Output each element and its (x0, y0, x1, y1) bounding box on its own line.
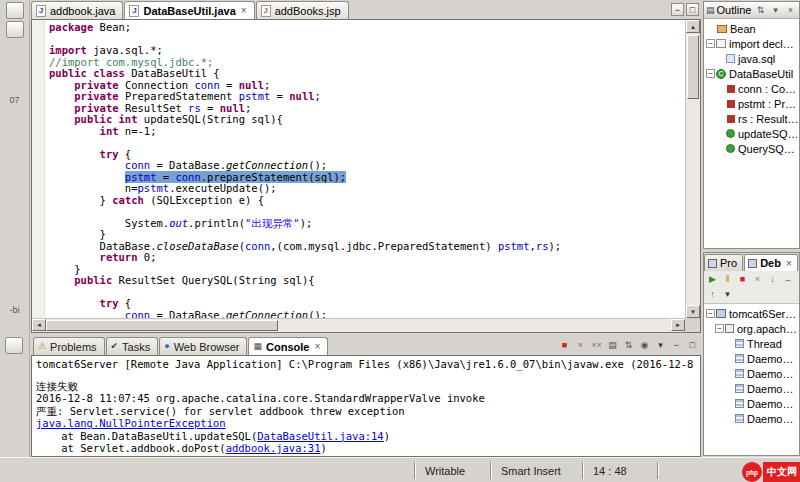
tree-item[interactable]: −import declarations (704, 36, 799, 51)
web-icon (164, 342, 169, 351)
pin-console-icon[interactable]: ◉ (638, 339, 651, 352)
expander-spacer (724, 414, 734, 423)
tree-item[interactable]: Thread (704, 336, 799, 351)
scroll-left-icon[interactable]: ◂ (32, 319, 46, 331)
tab-web-browser[interactable]: Web Browser (159, 337, 247, 355)
expander-spacer (715, 114, 725, 123)
left-strip-text-2: -bi (0, 305, 29, 315)
tree-item[interactable]: pstmt : PreparedStatement (704, 96, 799, 111)
field-icon (727, 100, 735, 108)
tree-item[interactable]: conn : Connection (704, 81, 799, 96)
scroll-up-icon[interactable]: ▴ (686, 20, 700, 33)
tree-item-label: tomcat6Server [Remote Java Application] (729, 308, 799, 320)
tree-item[interactable]: Daemon Thread (704, 366, 799, 381)
minimize-editor-icon[interactable]: − (671, 3, 684, 16)
collapse-icon[interactable]: − (706, 69, 715, 78)
jsp-file-icon (261, 5, 271, 17)
step-return-icon[interactable]: ↑ (706, 288, 719, 301)
thread-icon (735, 369, 744, 378)
tree-item[interactable]: Daemon Thread (704, 351, 799, 366)
tree-item[interactable]: −tomcat6Server [Remote Java Application] (704, 306, 799, 321)
stack-trace-link[interactable]: DataBaseUtil.java:14 (257, 430, 383, 442)
editor-tab[interactable]: addBooks.jsp (256, 1, 349, 19)
scroll-right-icon[interactable]: ▸ (671, 319, 685, 331)
close-tab-icon[interactable]: × (241, 5, 247, 16)
editor-tab-label: addbook.java (50, 5, 115, 17)
tree-item[interactable]: QuerySQL(String) : ResultSet (704, 141, 799, 156)
method-icon (726, 144, 735, 153)
tree-item[interactable]: Bean (704, 21, 799, 36)
sort-icon[interactable]: ⇅ (754, 4, 767, 17)
tree-item[interactable]: rs : ResultSet (704, 111, 799, 126)
outline-title: Outline (717, 4, 752, 16)
close-view-icon[interactable]: × (784, 4, 797, 17)
expander-spacer (724, 369, 734, 378)
problems-icon (38, 342, 46, 351)
fast-view-icon-2[interactable] (6, 21, 24, 38)
minimize-panel-icon[interactable]: − (670, 339, 683, 352)
tree-item-label: DataBaseUtil (729, 68, 799, 80)
tab-console[interactable]: Console× (248, 337, 328, 355)
process-icon (725, 324, 734, 333)
code-editor[interactable]: package Bean; import java.sql.*;//import… (46, 20, 685, 318)
editor-tab[interactable]: DataBaseUtil.java× (124, 1, 254, 19)
tree-item[interactable]: updateSQL(String) : int (704, 126, 799, 141)
tree-item[interactable]: −org.apache.catalina (704, 321, 799, 336)
terminate-icon[interactable]: ■ (736, 273, 749, 286)
step-over-icon[interactable]: → (781, 273, 794, 286)
tree-item-label: updateSQL(String) : int (738, 128, 799, 140)
tree-item[interactable]: Daemon Thread (704, 396, 799, 411)
view-menu-icon[interactable]: ▾ (721, 288, 734, 301)
class-icon (716, 69, 726, 79)
close-tab-icon[interactable]: × (786, 258, 792, 269)
close-tab-icon[interactable]: × (314, 341, 320, 352)
remove-launch-icon[interactable]: × (574, 339, 587, 352)
terminate-icon[interactable]: ■ (558, 339, 571, 352)
fast-view-icon-1[interactable] (6, 2, 24, 19)
outline-header: ▤ Outline ⇅▾× (704, 2, 799, 19)
tab-tasks[interactable]: Tasks (106, 337, 159, 355)
step-into-icon[interactable]: ↓ (766, 273, 779, 286)
tree-item-label: conn : Connection (738, 83, 799, 95)
disconnect-icon[interactable]: × (751, 273, 764, 286)
tree-item[interactable]: Daemon Thread (704, 381, 799, 396)
resume-icon[interactable]: ▶ (706, 273, 719, 286)
maximize-panel-icon[interactable]: □ (686, 339, 699, 352)
suspend-icon[interactable]: ‖ (721, 273, 734, 286)
package-icon (717, 25, 727, 33)
editor-horizontal-scrollbar[interactable]: ◂ ▸ (32, 318, 685, 332)
maximize-editor-icon[interactable]: □ (686, 3, 699, 16)
fast-view-console-icon[interactable] (5, 337, 23, 354)
console-line: at Bean.DataBaseUtil.updateSQL(DataBaseU… (36, 430, 696, 443)
remove-all-launches-icon[interactable]: ×× (590, 339, 603, 352)
thread-icon (735, 354, 744, 363)
scroll-down-icon[interactable]: ▾ (686, 305, 700, 318)
view-tab-pro[interactable]: Pro (704, 254, 743, 271)
tree-item[interactable]: java.sql (704, 51, 799, 66)
editor-vertical-scrollbar[interactable]: ▴ ▾ (685, 20, 700, 318)
tree-item-label: QuerySQL(String) : ResultSet (738, 143, 799, 155)
expander-spacer (715, 84, 725, 93)
clear-console-icon[interactable]: ▤ (606, 339, 619, 352)
collapse-icon[interactable]: − (715, 324, 724, 333)
vertical-scroll-thumb[interactable] (687, 35, 699, 99)
scroll-lock-icon[interactable]: ⇅ (622, 339, 635, 352)
tree-item[interactable]: −DataBaseUtil (704, 66, 799, 81)
console-output[interactable]: tomcat6Server [Remote Java Application] … (31, 355, 701, 457)
outline-tree: Bean−import declarationsjava.sql−DataBas… (704, 19, 799, 156)
method-icon (726, 129, 735, 138)
horizontal-scroll-thumb[interactable] (46, 320, 278, 331)
console-process-label: tomcat6Server [Remote Java Application] … (36, 358, 696, 371)
view-tab-deb[interactable]: Deb× (744, 254, 798, 271)
editor-tab[interactable]: addbook.java (31, 1, 123, 19)
stack-trace-link[interactable]: addbook.java:31 (226, 442, 321, 454)
annotation-ruler[interactable] (32, 20, 45, 318)
tab-problems[interactable]: Problems (33, 337, 105, 355)
java-editor: package Bean; import java.sql.*;//import… (31, 19, 701, 333)
collapse-icon[interactable]: − (706, 309, 715, 318)
view-menu-icon[interactable]: ▾ (769, 4, 782, 17)
tree-item[interactable]: Daemon Thread (704, 411, 799, 426)
open-console-icon[interactable]: ▾ (654, 339, 667, 352)
stack-trace-link[interactable]: java.lang.NullPointerException (36, 417, 226, 429)
collapse-icon[interactable]: − (706, 39, 715, 48)
